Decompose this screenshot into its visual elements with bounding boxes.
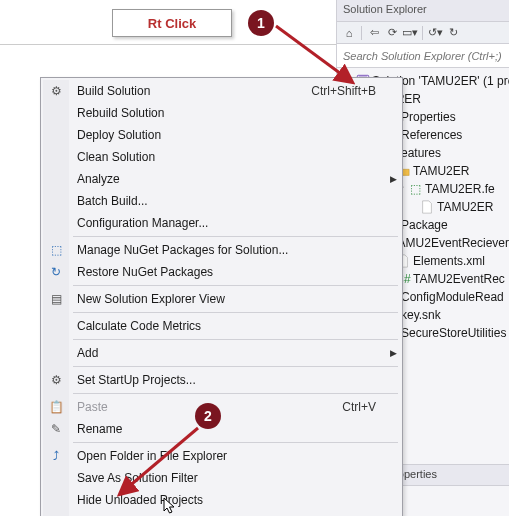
context-menu: ⚙ Build Solution Ctrl+Shift+B Rebuild So… <box>40 77 403 516</box>
tree-label: TAMU2EventRec <box>413 270 505 288</box>
back-icon[interactable]: ⇦ <box>366 25 382 41</box>
menu-new-se-view[interactable]: ▤New Solution Explorer View <box>43 288 400 310</box>
open-folder-icon: ⤴ <box>43 445 69 467</box>
menu-add[interactable]: Add▶ <box>43 342 400 364</box>
menu-label: Build Solution <box>69 84 311 98</box>
scope-icon[interactable]: ▭▾ <box>402 25 418 41</box>
tree-label: Properties <box>401 108 456 126</box>
tree-label: TAMU2ER.fe <box>425 180 495 198</box>
menu-batch-build[interactable]: Batch Build... <box>43 190 400 212</box>
annotation-badge-2: 2 <box>195 403 221 429</box>
feature-icon: ⬚ <box>407 181 423 197</box>
menu-separator <box>73 366 398 367</box>
menu-manage-nuget[interactable]: ⬚Manage NuGet Packages for Solution... <box>43 239 400 261</box>
menu-label: Calculate Code Metrics <box>69 319 386 333</box>
menu-label: Add <box>69 346 386 360</box>
menu-label: Save As Solution Filter <box>69 471 386 485</box>
gear-icon: ⚙ <box>43 369 69 391</box>
menu-save-filter[interactable]: Save As Solution Filter <box>43 467 400 489</box>
toolbar-separator <box>422 26 423 40</box>
new-view-icon: ▤ <box>43 288 69 310</box>
menu-configuration-manager[interactable]: Configuration Manager... <box>43 212 400 234</box>
tree-label: Elements.xml <box>413 252 485 270</box>
toolbar-separator <box>361 26 362 40</box>
menu-label: Manage NuGet Packages for Solution... <box>69 243 386 257</box>
menu-label: Hide Unloaded Projects <box>69 493 386 507</box>
menu-separator <box>73 236 398 237</box>
solution-explorer-search[interactable] <box>337 44 509 68</box>
tree-label: References <box>401 126 462 144</box>
menu-label: Clean Solution <box>69 150 386 164</box>
tree-label: TAMU2ER <box>437 198 493 216</box>
menu-separator <box>73 393 398 394</box>
restore-icon: ↻ <box>43 261 69 283</box>
menu-label: Open Folder in File Explorer <box>69 449 386 463</box>
menu-label: Batch Build... <box>69 194 386 208</box>
menu-analyze[interactable]: Analyze▶ <box>43 168 400 190</box>
menu-clean-solution[interactable]: Clean Solution <box>43 146 400 168</box>
nuget-icon: ⬚ <box>43 239 69 261</box>
rt-click-callout: Rt Click <box>112 9 232 37</box>
menu-separator <box>73 339 398 340</box>
menu-label: Rename <box>69 422 386 436</box>
menu-label: Restore NuGet Packages <box>69 265 386 279</box>
menu-paste: 📋PasteCtrl+V <box>43 396 400 418</box>
tree-label: TAMU2EventReciever <box>391 234 509 252</box>
tree-label: Package <box>401 216 448 234</box>
tree-label: SecureStoreUtilities <box>401 324 506 342</box>
menu-label: Analyze <box>69 172 386 186</box>
menu-shortcut: Ctrl+Shift+B <box>311 84 386 98</box>
menu-build-solution[interactable]: ⚙ Build Solution Ctrl+Shift+B <box>43 80 400 102</box>
menu-hide-unloaded[interactable]: Hide Unloaded Projects <box>43 489 400 511</box>
menu-restore-nuget[interactable]: ↻Restore NuGet Packages <box>43 261 400 283</box>
solution-explorer-title: Solution Explorer <box>337 0 509 22</box>
menu-rename[interactable]: ✎Rename <box>43 418 400 440</box>
mouse-cursor-icon <box>163 497 177 515</box>
sync-icon[interactable]: ⟳ <box>384 25 400 41</box>
build-icon: ⚙ <box>43 80 69 102</box>
menu-separator <box>73 442 398 443</box>
tree-label: key.snk <box>401 306 441 324</box>
menu-open-folder[interactable]: ⤴Open Folder in File Explorer <box>43 445 400 467</box>
menu-label: Set StartUp Projects... <box>69 373 386 387</box>
tree-label: ConfigModuleRead <box>401 288 504 306</box>
menu-label: Configuration Manager... <box>69 216 386 230</box>
menu-separator <box>73 285 398 286</box>
rename-icon: ✎ <box>43 418 69 440</box>
menu-label: Rebuild Solution <box>69 106 386 120</box>
tree-label: eatures <box>401 144 441 162</box>
menu-set-startup[interactable]: ⚙Set StartUp Projects... <box>43 369 400 391</box>
menu-rebuild-solution[interactable]: Rebuild Solution <box>43 102 400 124</box>
home-icon[interactable]: ⌂ <box>341 25 357 41</box>
solution-explorer-toolbar: ⌂ ⇦ ⟳ ▭▾ ↺▾ ↻ <box>337 22 509 44</box>
file-icon <box>419 199 435 215</box>
menu-separator <box>73 312 398 313</box>
tab-strip-underline <box>0 44 336 45</box>
search-input[interactable] <box>341 49 505 63</box>
menu-shortcut: Ctrl+V <box>342 400 386 414</box>
tree-label: TAMU2ER <box>413 162 469 180</box>
history-icon[interactable]: ↺▾ <box>427 25 443 41</box>
menu-deploy-solution[interactable]: Deploy Solution <box>43 124 400 146</box>
paste-icon: 📋 <box>43 396 69 418</box>
menu-label: Deploy Solution <box>69 128 386 142</box>
menu-load-deps[interactable]: Load Project Dependencies <box>43 511 400 516</box>
menu-label: New Solution Explorer View <box>69 292 386 306</box>
menu-calc-metrics[interactable]: Calculate Code Metrics <box>43 315 400 337</box>
refresh-icon[interactable]: ↻ <box>445 25 461 41</box>
annotation-badge-1: 1 <box>248 10 274 36</box>
